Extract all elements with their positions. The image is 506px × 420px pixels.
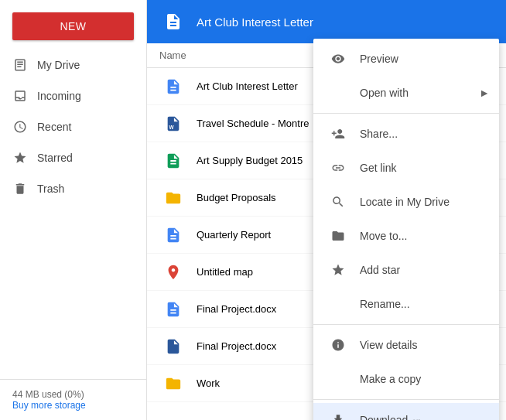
menu-label-move-to: Move to... [360,230,407,242]
menu-divider-2 [313,324,499,325]
doc-icon [159,73,187,101]
sheet-icon [159,147,187,175]
info-icon [329,336,347,354]
sidebar-label-starred: Starred [37,152,73,164]
buy-more-link[interactable]: Buy more storage [12,400,86,411]
sidebar-item-recent[interactable]: Recent [0,111,140,142]
sidebar-item-my-drive[interactable]: My Drive [0,50,140,80]
context-menu: Preview Open with ► Share... Get link [313,39,499,420]
folder-icon [159,184,187,212]
sidebar: NEW My Drive Incoming Recent Starred [0,0,147,420]
menu-item-open-with[interactable]: Open with ► [313,76,499,110]
doc-icon [159,221,187,249]
star-icon [329,261,347,279]
menu-item-make-copy[interactable]: Make a copy [313,362,499,396]
cursor-icon: 𝓌 [411,412,420,421]
menu-item-preview[interactable]: Preview [313,42,499,76]
menu-label-open-with: Open with [360,87,409,99]
starred-icon [12,150,28,166]
menu-label-view-details: View details [360,339,417,351]
trash-icon [12,181,28,196]
menu-label-locate: Locate in My Drive [360,196,450,208]
menu-divider-3 [313,399,499,400]
open-with-icon [329,84,347,102]
menu-item-download[interactable]: Download 𝓌 [313,403,499,420]
sidebar-nav: My Drive Incoming Recent Starred Trash [0,50,146,379]
sidebar-label-recent: Recent [37,121,71,133]
share-icon [329,125,347,143]
menu-label-share: Share... [360,128,398,140]
svg-text:W: W [169,125,175,130]
preview-icon [329,50,347,68]
menu-label-make-copy: Make a copy [360,373,421,385]
map-icon [159,258,187,286]
active-file-header: Art Club Interest Letter [147,0,506,43]
doc-icon [159,295,187,323]
menu-item-get-link[interactable]: Get link [313,151,499,185]
download-icon [329,411,347,420]
menu-item-rename[interactable]: Rename... [313,287,499,321]
menu-label-get-link: Get link [360,162,396,174]
sidebar-item-trash[interactable]: Trash [0,173,140,204]
sidebar-item-starred[interactable]: Starred [0,142,140,173]
my-drive-icon [12,57,28,73]
incoming-icon [12,88,28,104]
menu-item-add-star[interactable]: Add star [313,253,499,287]
rename-icon [329,295,347,313]
active-file-icon [159,8,187,36]
menu-item-share[interactable]: Share... [313,117,499,151]
sidebar-label-incoming: Incoming [37,90,81,102]
move-to-icon [329,227,347,245]
menu-label-download: Download [360,414,408,420]
folder-icon [159,370,187,398]
menu-label-preview: Preview [360,53,398,65]
sidebar-footer: 44 MB used (0%) Buy more storage [0,379,146,420]
main-area: Art Club Interest Letter Name Owner Art … [147,0,506,420]
active-file-title: Art Club Interest Letter [197,15,313,29]
menu-label-rename: Rename... [360,298,410,310]
menu-label-add-star: Add star [360,264,400,276]
sidebar-label-my-drive: My Drive [37,59,80,71]
menu-item-view-details[interactable]: View details [313,328,499,362]
menu-item-locate[interactable]: Locate in My Drive [313,185,499,219]
sidebar-label-trash: Trash [37,183,64,195]
locate-icon [329,193,347,211]
new-button[interactable]: NEW [12,12,134,40]
storage-used: 44 MB used (0%) [12,389,134,400]
copy-icon [329,370,347,388]
word-icon [159,333,187,360]
menu-item-move-to[interactable]: Move to... [313,219,499,253]
word-icon: W [159,110,187,138]
submenu-arrow-icon: ► [479,87,490,99]
recent-icon [12,119,28,135]
link-icon [329,159,347,177]
sidebar-item-incoming[interactable]: Incoming [0,80,140,111]
menu-divider-1 [313,113,499,114]
